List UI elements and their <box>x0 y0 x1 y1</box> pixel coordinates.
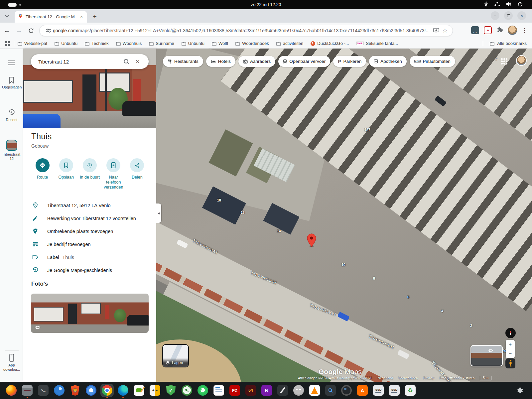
extension-fastforward-icon[interactable]: » <box>484 26 492 34</box>
firefox-icon[interactable] <box>5 384 18 397</box>
ssd-drive-icon[interactable]: SSD <box>388 384 401 397</box>
bookmark-she[interactable]: SHE.Seksuele fanta... <box>356 41 398 46</box>
bookmark-star-icon[interactable]: ☆ <box>441 26 449 35</box>
recycle-bin-icon[interactable]: ♻ <box>404 384 417 397</box>
chip-highlights[interactable]: Aanraders <box>238 56 275 67</box>
bookmark-folder[interactable]: Suriname <box>149 41 174 46</box>
ssd-drive-icon[interactable]: SSD <box>372 384 385 397</box>
share-button[interactable]: Delen <box>125 158 149 190</box>
collapse-panel-handle[interactable]: ◀ <box>156 203 161 223</box>
chip-atms[interactable]: ATM Pinautomaten <box>410 56 455 67</box>
extension-dark-icon[interactable]: ... <box>471 26 479 34</box>
gimp-icon[interactable] <box>292 384 305 397</box>
terminal-icon[interactable]: >_ <box>37 384 50 397</box>
new-tab-button[interactable]: + <box>90 12 99 21</box>
zoom-in-button[interactable]: + <box>506 340 515 349</box>
settings-gear-icon[interactable] <box>513 384 527 397</box>
app-64-icon[interactable]: 64 <box>244 384 257 397</box>
power-icon[interactable] <box>518 2 523 7</box>
accessibility-icon[interactable] <box>484 1 488 7</box>
map-rotate-compass-button[interactable] <box>505 328 516 338</box>
search-input[interactable] <box>38 59 121 65</box>
add-business-row[interactable]: Je bedrijf toevoegen <box>23 238 156 251</box>
bookmark-folder[interactable]: Woordenboek <box>235 41 269 46</box>
calculator-icon[interactable]: + − <box>148 384 162 397</box>
pen-tool-icon[interactable] <box>276 384 289 397</box>
bookmark-folder[interactable]: Unbuntu <box>55 41 77 46</box>
onenote-icon[interactable]: N <box>260 384 273 397</box>
layers-control[interactable]: Lagen <box>162 344 189 367</box>
bookmark-folder[interactable]: activiteiten <box>276 41 303 46</box>
address-row[interactable]: Tiberstraat 12, 5912 LA Venlo <box>23 199 156 212</box>
bookmark-duckduckgo[interactable]: DuckDuckGo -... <box>311 41 349 46</box>
account-avatar[interactable] <box>516 55 527 66</box>
back-button[interactable]: ← <box>2 26 12 36</box>
address-bar[interactable]: google.com/maps/place/Tiberstraat+12,+59… <box>39 25 453 36</box>
chrome-icon-active[interactable] <box>100 384 114 397</box>
camera-lens-icon[interactable] <box>340 384 353 397</box>
zoom-out-button[interactable]: − <box>506 349 515 358</box>
file-manager-icon[interactable] <box>21 384 34 397</box>
chip-public-transport[interactable]: Openbaar vervoer <box>278 56 330 67</box>
add-missing-place-row[interactable]: Ontbrekende plaats toevoegen <box>23 225 156 238</box>
extensions-puzzle-icon[interactable] <box>496 26 503 34</box>
apps-grid-icon[interactable] <box>5 41 10 46</box>
thunderbird-icon[interactable] <box>53 384 66 397</box>
tab-search-button[interactable] <box>3 12 11 20</box>
attribution-link[interactable]: Nederland <box>378 376 393 380</box>
clear-search-icon[interactable]: × <box>132 58 143 66</box>
attribution-link[interactable]: Privacy <box>423 376 434 380</box>
route-button[interactable]: Route <box>31 158 54 190</box>
send-to-phone-button[interactable]: Naar telefoon verzenden <box>102 158 125 190</box>
label-row[interactable]: Label Thuis <box>23 251 156 264</box>
chromium-icon[interactable] <box>84 384 98 397</box>
attribution-link[interactable]: Productfeedback sturen <box>440 376 475 380</box>
site-settings-tune-icon[interactable] <box>44 26 53 35</box>
whatsapp-icon[interactable] <box>196 384 209 397</box>
menu-hamburger-icon[interactable] <box>8 59 15 66</box>
chip-restaurants[interactable]: Restaurants <box>163 56 203 67</box>
place-marker-pin[interactable] <box>307 233 317 249</box>
chip-parking[interactable]: P Parkeren <box>333 56 366 67</box>
document-editor-icon[interactable] <box>132 384 146 397</box>
network-icon[interactable] <box>494 2 500 7</box>
bookmark-folder[interactable]: Woonhuis <box>116 41 142 46</box>
window-close-button[interactable]: × <box>517 11 526 20</box>
pegman-button[interactable] <box>505 358 515 368</box>
photos-thumbnail[interactable] <box>31 294 149 333</box>
bookmark-folder[interactable]: Unbuntu <box>182 41 204 46</box>
keepass-icon[interactable] <box>180 384 194 397</box>
screenshot-magnifier-icon[interactable] <box>324 384 337 397</box>
a-app-icon[interactable]: A <box>356 384 369 397</box>
rail-recent-button[interactable]: Recent <box>0 109 23 122</box>
search-icon[interactable] <box>121 59 132 65</box>
filezilla-icon[interactable]: FZ <box>228 384 241 397</box>
bookmark-folder[interactable]: Techniek <box>85 41 108 46</box>
suggest-edit-row[interactable]: Bewerking voor Tiberstraat 12 voorstelle… <box>23 212 156 225</box>
rail-saved-button[interactable]: Opgeslagen <box>0 76 23 89</box>
attribution-link[interactable]: Voorwaarden <box>398 376 418 380</box>
streetview-preview-thumbnail[interactable] <box>470 345 503 366</box>
maps-history-row[interactable]: Je Google Maps-geschiedenis <box>23 264 156 277</box>
browser-tab[interactable]: Tiberstraat 12 - Google M × <box>15 11 87 23</box>
bookmark-folder[interactable]: Website-pat <box>18 41 47 46</box>
edge-icon[interactable] <box>116 384 130 397</box>
browser-profile-avatar[interactable] <box>508 26 517 35</box>
google-apps-grid-icon[interactable] <box>501 58 507 65</box>
window-minimize-button[interactable]: − <box>491 11 499 20</box>
all-bookmarks-button[interactable]: Alle bookmarks <box>497 41 527 46</box>
save-button[interactable]: Opslaan <box>54 158 78 190</box>
vlc-icon[interactable] <box>308 384 321 397</box>
volume-icon[interactable] <box>506 2 512 7</box>
reload-button[interactable] <box>26 26 36 36</box>
install-app-icon[interactable] <box>432 26 441 35</box>
browser-menu-kebab-icon[interactable]: ⋮ <box>522 27 527 34</box>
bookmark-folder[interactable]: Wolff <box>212 41 228 46</box>
window-maximize-button[interactable] <box>504 11 513 20</box>
rail-place-shortcut[interactable]: Tiberstraat 12 <box>0 140 23 161</box>
rail-app-download-button[interactable]: App downloa... <box>0 354 23 372</box>
nearby-button[interactable]: In de buurt <box>78 158 101 190</box>
chip-hotels[interactable]: Hotels <box>206 56 235 67</box>
maps-search-bar[interactable]: × <box>31 54 149 69</box>
libreoffice-writer-icon[interactable] <box>212 384 225 397</box>
